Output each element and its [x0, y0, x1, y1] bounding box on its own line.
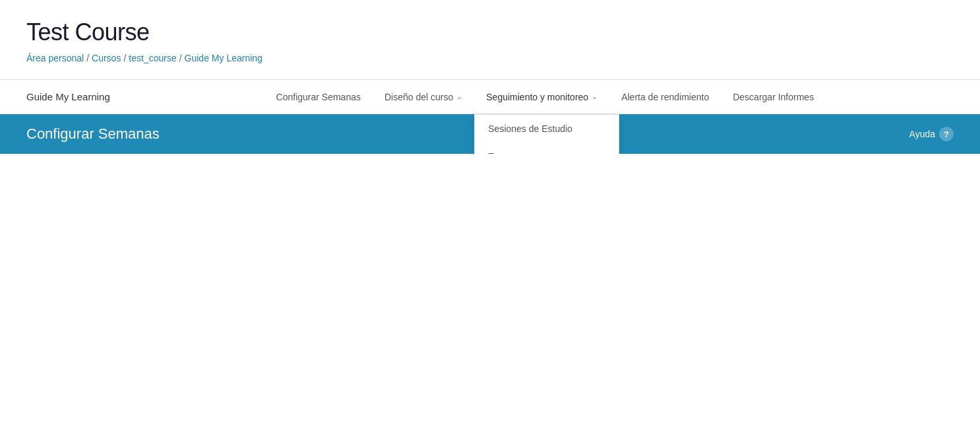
nav-item-configurar-semanas[interactable]: Configurar Semanas — [264, 80, 373, 114]
nav-item-descargar[interactable]: Descargar Informes — [721, 80, 826, 114]
breadcrumb-sep-1: / — [86, 53, 89, 63]
breadcrumb: Área personal / Cursos / test_course / G… — [26, 53, 954, 63]
nav-label-descargar: Descargar Informes — [733, 92, 814, 102]
breadcrumb-cursos[interactable]: Cursos — [92, 53, 121, 63]
nav-label-seguimiento: Seguimiento y monitoreo — [486, 92, 588, 102]
content-header-title: Configurar Semanas — [26, 125, 160, 143]
nav-item-alerta[interactable]: Alerta de rendimiento — [609, 80, 721, 114]
breadcrumb-sep-2: / — [123, 53, 126, 63]
chevron-down-icon-seguimiento: ⌄ — [592, 92, 597, 101]
nav-label-alerta: Alerta de rendimiento — [621, 92, 709, 102]
nav-bar: Guide My Learning Configurar Semanas Dis… — [0, 80, 980, 114]
chevron-down-icon: ⌄ — [456, 92, 462, 101]
nav-brand: Guide My Learning — [26, 91, 110, 102]
page-title: Test Course — [26, 18, 954, 46]
nav-label-diseno-curso: Diseño del curso — [384, 92, 453, 102]
ayuda-button[interactable]: Ayuda ? — [909, 127, 954, 141]
breadcrumb-sep-3: / — [179, 53, 182, 63]
seguimiento-dropdown: Sesiones de Estudio Tareas Calificacione… — [474, 114, 619, 154]
nav-item-diseno-curso[interactable]: Diseño del curso ⌄ — [373, 80, 474, 114]
breadcrumb-guide-my-learning[interactable]: Guide My Learning — [185, 53, 262, 63]
nav-items: Configurar Semanas Diseño del curso ⌄ Se… — [137, 80, 954, 114]
dropdown-item-sesiones[interactable]: Sesiones de Estudio — [475, 115, 619, 143]
nav-item-seguimiento[interactable]: Seguimiento y monitoreo ⌄ Sesiones de Es… — [474, 80, 609, 114]
breadcrumb-test-course[interactable]: test_course — [129, 53, 176, 63]
breadcrumb-area-personal[interactable]: Área personal — [26, 53, 84, 63]
dropdown-item-tareas[interactable]: Tareas — [475, 143, 619, 154]
ayuda-label: Ayuda — [909, 129, 935, 139]
ayuda-help-icon: ? — [939, 127, 954, 141]
nav-label-configurar-semanas: Configurar Semanas — [276, 92, 361, 102]
top-area: Test Course Área personal / Cursos / tes… — [0, 0, 980, 74]
